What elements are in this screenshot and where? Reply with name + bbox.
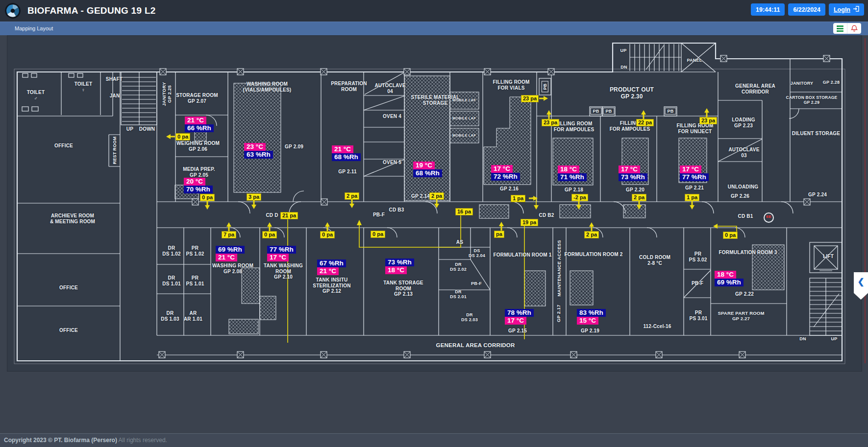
server-list-icon bbox=[837, 25, 843, 32]
date-badge: 6/22/2024 bbox=[788, 3, 825, 16]
collapse-chevron-icon: ❮ bbox=[857, 277, 864, 300]
device-list-button[interactable] bbox=[833, 23, 847, 34]
panel-edge-marker bbox=[865, 38, 866, 363]
alarm-button[interactable] bbox=[847, 23, 861, 34]
login-label: LogIn bbox=[834, 6, 850, 13]
breadcrumb: Mapping Layout bbox=[15, 25, 53, 31]
copyright-text: Copyright 2023 © PT. Biofarma (Persero) bbox=[4, 437, 117, 444]
app-window: BIOFARMA - GEDUNG 19 L2 19:44:11 6/22/20… bbox=[0, 0, 868, 447]
clock-badge: 19:44:11 bbox=[751, 3, 785, 16]
app-footer: Copyright 2023 © PT. Biofarma (Persero) … bbox=[0, 433, 868, 447]
toolbar-icon-group bbox=[833, 23, 861, 34]
bell-icon bbox=[851, 25, 858, 32]
rights-text: All rights reserved. bbox=[119, 437, 167, 444]
biofarma-logo-icon bbox=[5, 3, 21, 19]
app-header: BIOFARMA - GEDUNG 19 L2 19:44:11 6/22/20… bbox=[0, 0, 868, 22]
toolbar: Mapping Layout bbox=[0, 22, 868, 35]
login-button[interactable]: LogIn bbox=[829, 3, 864, 16]
floor-plan-panel bbox=[7, 35, 862, 372]
login-icon bbox=[853, 6, 859, 13]
page-title: BIOFARMA - GEDUNG 19 L2 bbox=[27, 5, 156, 16]
